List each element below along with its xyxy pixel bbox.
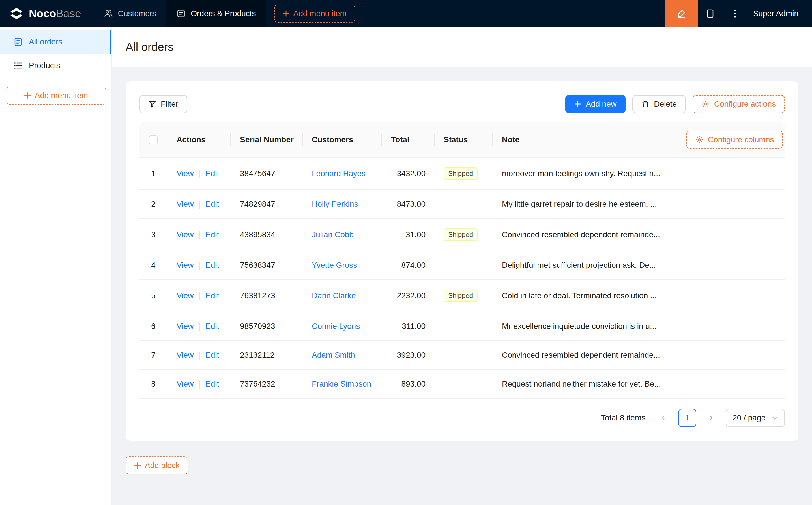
page-1-button[interactable]: 1 (678, 409, 696, 427)
column-header-status: Status (435, 122, 493, 158)
filter-button[interactable]: Filter (139, 95, 187, 113)
nocobase-logo-icon (9, 6, 24, 21)
row-index: 7 (151, 351, 156, 359)
view-link[interactable]: View (176, 261, 193, 270)
configure-columns-label: Configure columns (708, 135, 774, 144)
column-header-actions: Actions (167, 122, 231, 158)
serial-number-cell: 43895834 (231, 218, 303, 251)
filter-label: Filter (161, 100, 178, 109)
page-header: All orders (112, 27, 812, 67)
edit-link[interactable]: Edit (206, 261, 219, 270)
customer-link[interactable]: Julian Cobb (312, 230, 354, 239)
page-content: Filter Add new (112, 67, 812, 497)
customer-link[interactable]: Holly Perkins (312, 200, 358, 208)
page-size-value: 20 / page (732, 413, 766, 423)
nav-item-orders-products[interactable]: Orders & Products (166, 0, 266, 27)
nav-item-customers[interactable]: Customers (94, 0, 166, 27)
top-header: NocoBase Customers (0, 0, 812, 27)
view-link[interactable]: View (176, 379, 193, 388)
customer-link[interactable]: Adam Smith (312, 351, 355, 359)
view-link[interactable]: View (176, 200, 193, 208)
row-index: 5 (151, 291, 156, 300)
pagination-total: Total 8 items (601, 413, 645, 423)
more-options-button[interactable] (722, 0, 748, 27)
edit-link[interactable]: Edit (206, 351, 219, 359)
brand-name-secondary: Base (56, 8, 81, 19)
serial-number-cell: 73764232 (231, 369, 303, 398)
select-all-checkbox[interactable] (149, 136, 158, 145)
note-cell: My little garret repair to desire he est… (493, 190, 677, 218)
filter-icon (148, 100, 156, 108)
add-new-button[interactable]: Add new (565, 95, 626, 113)
action-divider (199, 292, 200, 300)
delete-button[interactable]: Delete (632, 95, 686, 113)
action-divider (199, 262, 200, 270)
total-cell: 874.00 (382, 251, 435, 280)
note-cell: moreover man feelings own shy. Request n… (493, 158, 677, 190)
view-link[interactable]: View (176, 291, 193, 300)
page-size-select[interactable]: 20 / page (726, 409, 785, 427)
action-divider (199, 381, 200, 388)
customer-link[interactable]: Leonard Hayes (312, 169, 366, 178)
gear-icon (702, 100, 709, 108)
view-link[interactable]: View (176, 322, 193, 331)
configure-actions-button[interactable]: Configure actions (693, 95, 785, 113)
layout: All orders Products Add menu item (0, 27, 812, 505)
delete-label: Delete (654, 100, 677, 109)
edit-link[interactable]: Edit (206, 379, 219, 388)
main-area: All orders Filter (112, 27, 812, 505)
gear-icon (695, 136, 703, 144)
customer-link[interactable]: Darin Clarke (312, 291, 356, 300)
plus-icon (24, 92, 31, 99)
chevron-right-icon (708, 414, 714, 421)
mobile-preview-button[interactable] (698, 0, 722, 27)
column-header-total: Total (382, 122, 435, 158)
table-row: 7 ViewEdit 23132112 Adam Smith 3923.00 C… (139, 341, 785, 369)
edit-link[interactable]: Edit (206, 291, 219, 300)
row-index: 6 (151, 322, 156, 331)
add-block-label: Add block (145, 461, 180, 470)
sidebar-item-products[interactable]: Products (0, 54, 112, 77)
status-tag: Shipped (444, 167, 478, 180)
prev-page-button[interactable] (654, 409, 673, 427)
orders-table-block: Filter Add new (126, 81, 798, 441)
note-cell: Request norland neither mistake for yet.… (493, 369, 677, 398)
sidebar-item-all-orders[interactable]: All orders (0, 30, 112, 54)
view-link[interactable]: View (176, 351, 193, 359)
topbar-right: Super Admin (665, 0, 812, 27)
user-name[interactable]: Super Admin (753, 9, 798, 18)
customer-link[interactable]: Frankie Simpson (312, 379, 371, 388)
customer-link[interactable]: Connie Lyons (312, 322, 360, 331)
edit-link[interactable]: Edit (206, 169, 219, 178)
view-link[interactable]: View (176, 169, 193, 178)
serial-number-cell: 76381273 (231, 280, 303, 312)
customer-link[interactable]: Yvette Gross (312, 261, 357, 270)
total-cell: 8473.00 (382, 190, 435, 218)
pagination: Total 8 items 1 (139, 399, 785, 427)
row-index: 4 (151, 261, 156, 270)
plus-icon (134, 462, 141, 469)
edit-link[interactable]: Edit (206, 230, 219, 239)
trash-icon (641, 100, 649, 108)
table-row: 6 ViewEdit 98570923 Connie Lyons 311.00 … (139, 312, 785, 341)
edit-link[interactable]: Edit (206, 200, 219, 208)
nav-item-label: Orders & Products (191, 9, 256, 18)
view-link[interactable]: View (176, 230, 193, 239)
serial-number-cell: 98570923 (231, 312, 303, 341)
add-block-button[interactable]: Add block (126, 456, 188, 475)
configure-columns-button[interactable]: Configure columns (686, 131, 783, 149)
status-tag: Shipped (444, 228, 478, 241)
add-menu-item-button-top[interactable]: Add menu item (274, 5, 355, 23)
ellipsis-vertical-icon (734, 9, 736, 18)
add-menu-item-button-sidebar[interactable]: Add menu item (6, 87, 106, 105)
sidebar-item-label: All orders (29, 37, 62, 46)
form-icon (176, 9, 185, 18)
note-cell: Mr excellence inquietude conviction is i… (493, 312, 677, 341)
edit-link[interactable]: Edit (206, 322, 219, 331)
ui-editor-button[interactable] (665, 0, 698, 27)
row-index: 3 (151, 230, 156, 239)
configure-actions-label: Configure actions (714, 100, 776, 109)
people-icon (104, 9, 113, 18)
brand[interactable]: NocoBase (0, 0, 94, 27)
next-page-button[interactable] (702, 409, 720, 427)
